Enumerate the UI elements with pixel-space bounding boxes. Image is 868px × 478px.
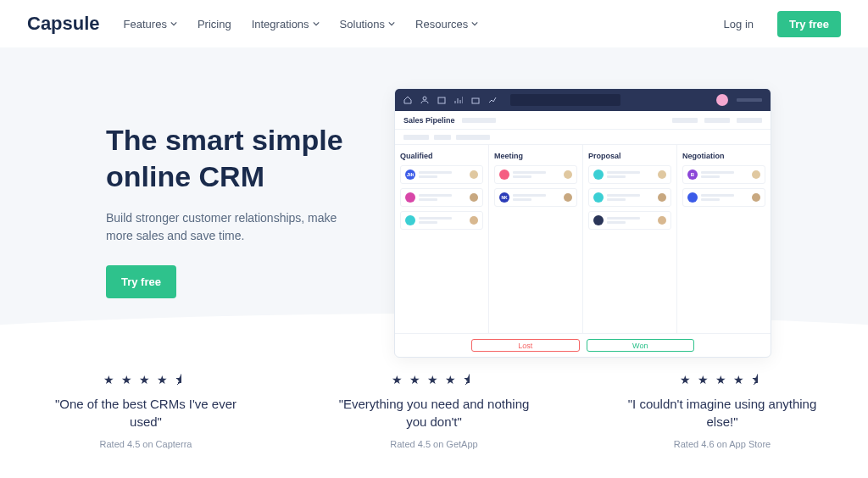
mock-topbar: [395, 89, 771, 111]
kanban-card: [682, 188, 765, 207]
col-qualified: Qualified Jilt: [395, 145, 489, 333]
mock-columns: Qualified Jilt Meeting NK Proposal Negot…: [395, 145, 771, 333]
col-header: Qualified: [400, 152, 483, 165]
home-icon: [403, 96, 412, 104]
won-button[interactable]: Won: [587, 339, 695, 352]
col-negotiation: Negotiation B: [677, 145, 771, 333]
mock-search: [510, 94, 620, 106]
avatar: [716, 94, 728, 106]
person-icon: [420, 96, 429, 104]
calendar-icon: [437, 96, 446, 104]
nav-links: Features Pricing Integrations Solutions …: [124, 18, 479, 31]
nav-pricing[interactable]: Pricing: [198, 18, 231, 31]
reviews: ★ ★ ★ ★ ⯨ "One of the best CRMs I've eve…: [0, 373, 868, 449]
col-header: Meeting: [494, 152, 577, 165]
star-rating: ★ ★ ★ ★ ⯨: [332, 373, 536, 386]
hero-title: The smart simple online CRM: [106, 122, 360, 194]
review-getapp: ★ ★ ★ ★ ⯨ "Everything you need and nothi…: [332, 373, 536, 449]
chevron-down-icon: [170, 20, 177, 27]
briefcase-icon: [471, 96, 480, 104]
svg-rect-1: [438, 97, 445, 103]
hero-subtitle: Build stronger customer relationships, m…: [106, 209, 343, 245]
kanban-card: NK: [494, 188, 577, 207]
mock-toolbar: [395, 130, 771, 145]
chevron-down-icon: [313, 20, 320, 27]
kanban-card: [588, 211, 671, 230]
top-nav: Capsule Features Pricing Integrations So…: [0, 0, 868, 47]
svg-point-0: [423, 97, 426, 100]
kanban-card: [588, 188, 671, 207]
review-quote: "One of the best CRMs I've ever used": [44, 395, 248, 431]
kanban-card: [400, 211, 483, 230]
chart-icon: [454, 96, 463, 104]
lost-button[interactable]: Lost: [471, 339, 580, 352]
hero: The smart simple online CRM Build strong…: [0, 47, 868, 358]
kanban-card: [400, 188, 483, 207]
col-meeting: Meeting NK: [489, 145, 583, 333]
kanban-card: [494, 165, 577, 184]
star-rating: ★ ★ ★ ★ ⯨: [44, 373, 248, 386]
nav-features[interactable]: Features: [124, 18, 177, 31]
try-free-button[interactable]: Try free: [777, 11, 841, 37]
col-header: Proposal: [588, 152, 671, 165]
hero-copy: The smart simple online CRM Build strong…: [106, 88, 360, 358]
crm-screenshot: Sales Pipeline Qualified Jilt Meeting NK…: [394, 88, 771, 358]
mock-menu-line: [737, 98, 762, 102]
logo[interactable]: Capsule: [27, 13, 100, 35]
hero-try-free-button[interactable]: Try free: [106, 265, 176, 298]
review-quote: "I couldn't imagine using anything else!…: [620, 395, 824, 431]
review-source: Rated 4.5 on Capterra: [44, 439, 248, 449]
review-source: Rated 4.5 on GetApp: [332, 439, 536, 449]
kanban-card: [588, 165, 671, 184]
kanban-card: Jilt: [400, 165, 483, 184]
chevron-down-icon: [388, 20, 395, 27]
nav-integrations[interactable]: Integrations: [252, 18, 320, 31]
breadcrumb-label: Sales Pipeline: [403, 116, 455, 125]
star-rating: ★ ★ ★ ★ ⯨: [620, 373, 824, 386]
col-header: Negotiation: [682, 152, 765, 165]
review-quote: "Everything you need and nothing you don…: [332, 395, 536, 431]
nav-solutions[interactable]: Solutions: [340, 18, 395, 31]
review-appstore: ★ ★ ★ ★ ⯨ "I couldn't imagine using anyt…: [620, 373, 824, 449]
chevron-down-icon: [471, 20, 478, 27]
mock-footer: Lost Won: [395, 333, 771, 357]
review-source: Rated 4.6 on App Store: [620, 439, 824, 449]
review-capterra: ★ ★ ★ ★ ⯨ "One of the best CRMs I've eve…: [44, 373, 248, 449]
kanban-card: B: [682, 165, 765, 184]
trend-icon: [488, 96, 497, 104]
svg-rect-2: [472, 98, 479, 103]
nav-resources[interactable]: Resources: [415, 18, 478, 31]
mock-breadcrumb: Sales Pipeline: [395, 111, 771, 130]
login-link[interactable]: Log in: [724, 18, 754, 31]
col-proposal: Proposal: [583, 145, 677, 333]
